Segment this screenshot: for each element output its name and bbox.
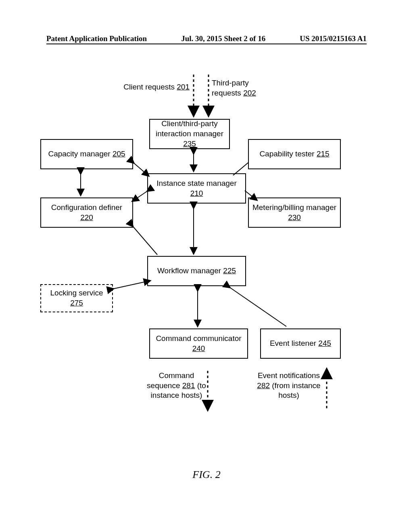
svg-line-6 [133,191,148,201]
capacity-manager-box: Capacity manager 205 [40,139,133,169]
svg-line-12 [229,287,286,326]
page: Patent Application Publication Jul. 30, … [0,0,413,532]
header-right: US 2015/0215163 A1 [300,34,367,43]
command-communicator-box: Command communicator 240 [149,328,248,359]
configuration-definer-box: Configuration definer 220 [40,197,133,228]
svg-line-9 [132,226,157,255]
metering-billing-box: Metering/billing manager 230 [248,197,341,228]
client-requests-label: Client requests 201 [123,82,190,92]
capability-tester-box: Capability tester 215 [248,139,341,169]
svg-line-10 [113,281,149,289]
workflow-manager-box: Workflow manager 225 [147,256,246,286]
svg-line-3 [133,162,148,175]
event-listener-box: Event listener 245 [260,328,341,359]
figure-diagram: Client requests 201 Third-party requests… [36,58,375,461]
event-notifications-label: Event notifications 282 (from instance h… [254,371,323,401]
header-rule [46,44,367,44]
command-sequence-label: Command sequence 281 (to instance hosts) [145,371,208,401]
header-left: Patent Application Publication [46,34,147,43]
third-party-requests-label: Third-party requests 202 [212,78,260,98]
locking-service-box: Locking service 275 [40,284,113,312]
header-center: Jul. 30, 2015 Sheet 2 of 16 [181,34,265,43]
interaction-manager-box: Client/third-party interaction manager 2… [149,119,230,149]
page-header: Patent Application Publication Jul. 30, … [46,34,367,43]
instance-state-manager-box: Instance state manager 210 [147,173,246,204]
figure-label: FIG. 2 [0,469,413,481]
